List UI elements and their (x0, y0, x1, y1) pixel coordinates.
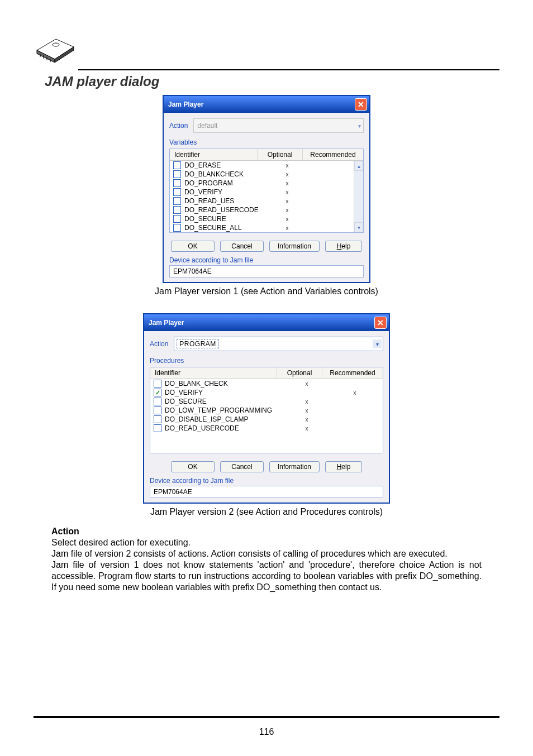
optional-mark: x (286, 171, 289, 178)
checkbox[interactable] (173, 179, 181, 187)
device-label: Device according to Jam file (169, 256, 364, 264)
list-item[interactable]: DO_PROGRAMx (170, 179, 363, 188)
action-label: Action (150, 340, 168, 348)
optional-mark: x (286, 216, 289, 222)
action-label: Action (169, 122, 188, 130)
list-item[interactable]: DO_READ_USERCODEx (170, 205, 363, 214)
help-button[interactable]: Help (325, 461, 362, 472)
checkbox[interactable] (173, 161, 181, 169)
checkbox[interactable] (154, 389, 161, 396)
identifier-text: DO_READ_USERCODE (184, 206, 259, 214)
checkbox[interactable] (173, 215, 181, 223)
identifier-text: DO_LOW_TEMP_PROGRAMMING (165, 406, 272, 414)
list-item[interactable]: DO_BLANK_CHECKx (150, 379, 383, 388)
checkbox[interactable] (173, 170, 181, 178)
col-optional[interactable]: Optional (277, 367, 322, 379)
col-identifier[interactable]: Identifier (170, 149, 258, 160)
optional-mark: x (286, 162, 289, 169)
checkbox[interactable] (154, 424, 161, 432)
window-title: Jam Player (168, 101, 203, 108)
col-recommended[interactable]: Recommended (322, 367, 383, 379)
close-button[interactable]: ✕ (355, 98, 367, 111)
identifier-text: DO_SECURE_ALL (184, 224, 242, 232)
checkbox[interactable] (154, 380, 161, 387)
action-value: PROGRAM (177, 339, 219, 348)
chevron-down-icon[interactable]: ▾ (373, 339, 382, 348)
optional-mark: x (306, 399, 308, 405)
optional-mark: x (286, 180, 289, 186)
paragraph: Select desired action for executing. (51, 537, 482, 548)
titlebar: Jam Player ✕ (144, 314, 389, 331)
optional-mark: x (286, 198, 289, 204)
help-button[interactable]: Help (325, 241, 362, 252)
action-heading: Action (51, 526, 482, 537)
recommended-mark: x (354, 390, 356, 396)
device-field: EPM7064AE (150, 486, 383, 498)
list-header: Identifier Optional Recommended (170, 149, 363, 161)
list-item[interactable]: DO_READ_USERCODEx (150, 424, 383, 433)
action-dropdown[interactable]: PROGRAM ▾ (174, 337, 383, 351)
optional-mark: x (306, 408, 308, 414)
scroll-up-button[interactable]: ▴ (354, 161, 363, 171)
caption-v1: Jam Player version 1 (see Action and Var… (34, 286, 499, 296)
jam-player-dialog-v1: Jam Player ✕ Action default ▾ Variables … (163, 95, 370, 283)
ok-button[interactable]: OK (171, 461, 215, 472)
col-optional[interactable]: Optional (258, 149, 303, 160)
window-title: Jam Player (149, 319, 184, 327)
optional-mark: x (286, 207, 289, 213)
col-identifier[interactable]: Identifier (150, 367, 277, 379)
divider (78, 69, 499, 70)
list-item[interactable]: DO_BLANKCHECKx (170, 170, 363, 179)
procedures-label: Procedures (150, 357, 383, 365)
list-item[interactable]: DO_ERASEx (170, 161, 363, 170)
jam-player-dialog-v2: Jam Player ✕ Action PROGRAM ▾ Procedures… (143, 313, 390, 504)
cancel-button[interactable]: Cancel (220, 241, 264, 252)
identifier-text: DO_READ_UES (184, 197, 234, 205)
list-item[interactable]: DO_VERIFYx (150, 388, 383, 397)
checkbox[interactable] (173, 224, 181, 232)
caption-v2: Jam Player version 2 (see Action and Pro… (34, 507, 499, 517)
checkbox[interactable] (173, 197, 181, 205)
optional-mark: x (306, 381, 308, 387)
list-item[interactable]: DO_LOW_TEMP_PROGRAMMINGx (150, 406, 383, 415)
identifier-text: DO_DISABLE_ISP_CLAMP (165, 415, 248, 423)
list-header: Identifier Optional Recommended (150, 367, 383, 379)
checkbox[interactable] (154, 398, 161, 405)
list-item[interactable]: DO_SECUREx (170, 214, 363, 223)
scrollbar[interactable]: ▴ ▾ (354, 161, 363, 232)
close-button[interactable]: ✕ (374, 317, 387, 329)
list-item[interactable]: DO_READ_UESx (170, 197, 363, 205)
scroll-thumb[interactable] (354, 171, 363, 222)
identifier-text: DO_VERIFY (184, 188, 222, 196)
identifier-text: DO_BLANKCHECK (184, 170, 244, 178)
body-text: Action Select desired action for executi… (51, 526, 482, 593)
procedures-listbox[interactable]: Identifier Optional Recommended DO_BLANK… (150, 367, 383, 453)
information-button[interactable]: Information (269, 461, 320, 472)
list-item[interactable]: DO_VERIFYx (170, 188, 363, 197)
list-item[interactable]: DO_SECUREx (150, 397, 383, 406)
information-button[interactable]: Information (269, 241, 320, 252)
variables-listbox[interactable]: Identifier Optional Recommended DO_ERASE… (169, 149, 364, 233)
identifier-text: DO_PROGRAM (184, 179, 233, 187)
cancel-button[interactable]: Cancel (220, 461, 264, 472)
variables-label: Variables (169, 138, 364, 146)
ok-button[interactable]: OK (171, 241, 215, 252)
list-item[interactable]: DO_SECURE_ALLx (170, 223, 363, 232)
checkbox[interactable] (154, 415, 161, 423)
identifier-text: DO_ERASE (184, 161, 221, 169)
list-item-empty (150, 433, 383, 443)
checkbox[interactable] (154, 406, 161, 414)
list-item[interactable]: DO_DISABLE_ISP_CLAMPx (150, 415, 383, 424)
col-recommended[interactable]: Recommended (303, 149, 363, 160)
checkbox[interactable] (173, 206, 181, 214)
list-item-empty (150, 443, 383, 453)
checkbox[interactable] (173, 188, 181, 196)
page-number: 116 (259, 727, 274, 736)
titlebar: Jam Player ✕ (164, 96, 369, 113)
chevron-down-icon: ▾ (358, 123, 361, 129)
optional-mark: x (286, 189, 289, 195)
page-footer: 116 (34, 716, 499, 737)
scroll-down-button[interactable]: ▾ (354, 222, 363, 232)
section-title: JAM player dialog (45, 74, 499, 89)
paragraph: Jam file of version 2 consists of action… (51, 548, 482, 559)
